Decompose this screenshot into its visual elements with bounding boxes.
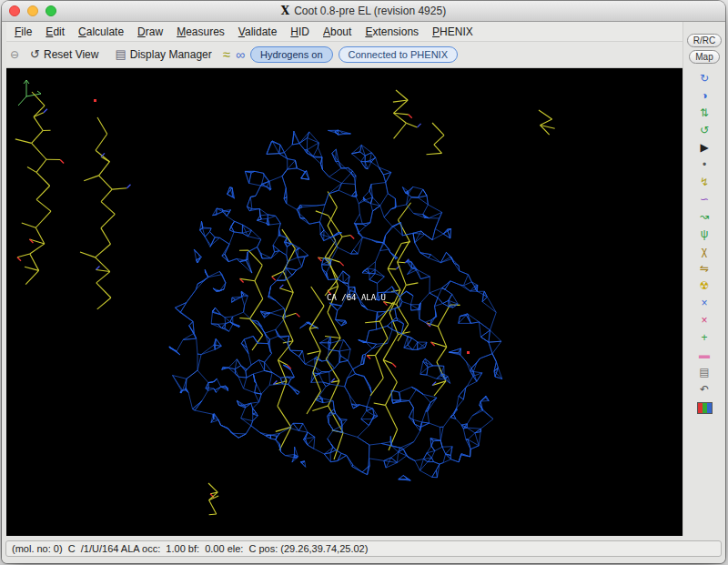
regularize-zone-icon[interactable]: ↺ [694, 123, 714, 138]
menubar: FileEditCalculateDrawMeasuresValidateHID… [6, 22, 682, 42]
hydrogens-toggle[interactable]: Hydrogens on [250, 46, 333, 63]
x11-icon: X [281, 5, 289, 17]
map-button[interactable]: Map [689, 50, 719, 64]
clear-pending-picks-icon[interactable]: × [694, 296, 714, 311]
delete-item-icon[interactable]: × [694, 313, 714, 328]
reset-view-label: Reset View [44, 48, 98, 61]
auto-fit-rotamer-icon[interactable]: ↝ [694, 209, 714, 225]
pending-pick-icon[interactable]: • [694, 157, 714, 173]
titlebar[interactable]: X Coot 0.8-pre EL (revision 4925) [2, 1, 725, 22]
display-manager-label: Display Manager [130, 48, 212, 61]
zoom-button[interactable] [46, 5, 56, 16]
window-controls [9, 5, 56, 16]
menu-item-calculate[interactable]: Calculate [72, 24, 130, 40]
menu-item-about[interactable]: About [317, 24, 358, 40]
add-atom-icon[interactable]: + [694, 330, 714, 346]
window-title-text: Coot 0.8-pre EL (revision 4925) [294, 5, 446, 17]
gl-canvas[interactable] [6, 68, 682, 536]
ligand-icon[interactable]: ∞ [236, 47, 245, 62]
display-manager-icon: ▤ [115, 47, 126, 62]
status-text: (mol. no: 0) C /1/U/164 ALA occ: 1.00 bf… [5, 540, 722, 557]
close-button[interactable] [9, 5, 20, 16]
menu-item-extensions[interactable]: Extensions [359, 24, 425, 40]
window-title: X Coot 0.8-pre EL (revision 4925) [281, 5, 446, 17]
menu-item-hid[interactable]: HID [284, 24, 316, 40]
rrc-button[interactable]: R/RC [687, 34, 722, 47]
screen-colors-icon[interactable] [697, 402, 713, 414]
phenix-connection-badge[interactable]: Connected to PHENIX [339, 46, 458, 63]
trash-icon[interactable]: ▤ [694, 365, 714, 380]
eraser-icon[interactable]: ▬ [694, 348, 714, 363]
gl-viewport: CA /64 ALA U [6, 68, 682, 536]
rotamers-icon[interactable]: ψ [694, 227, 714, 242]
main-column: FileEditCalculateDrawMeasuresValidateHID… [2, 22, 682, 536]
menu-item-draw[interactable]: Draw [131, 24, 169, 40]
content-row: FileEditCalculateDrawMeasuresValidateHID… [2, 22, 725, 536]
radiation-icon[interactable]: ☢ [694, 278, 714, 294]
refine-squiggle-icon[interactable]: ≈ [223, 47, 230, 62]
display-manager-button[interactable]: ▤ Display Manager [109, 45, 217, 64]
rotate-translate-icon[interactable]: ∽ [694, 192, 714, 207]
atom-label: CA /64 ALA U [327, 293, 386, 302]
menu-item-measures[interactable]: Measures [170, 24, 231, 40]
real-space-refine-icon[interactable]: ⇅ [694, 106, 714, 121]
menu-item-edit[interactable]: Edit [39, 24, 71, 40]
toolbar: ⊖ ↺ Reset View ▤ Display Manager ≈ ∞ Hyd… [6, 42, 682, 68]
clock-icon[interactable]: ◑ [694, 88, 714, 104]
flip-peptide-icon[interactable]: ⇋ [694, 261, 714, 277]
edit-chi-angles-icon[interactable]: χ [694, 244, 714, 259]
undo-icon[interactable]: ↶ [694, 382, 714, 398]
toolbar-overflow-icon[interactable]: ⊖ [10, 47, 19, 62]
minimize-button[interactable] [27, 5, 38, 16]
add-terminal-residue-icon[interactable]: ↯ [694, 175, 714, 190]
desktop: X Coot 0.8-pre EL (revision 4925) FileEd… [0, 0, 728, 565]
menu-item-phenix[interactable]: PHENIX [426, 24, 480, 40]
right-panel: R/RC Map ↻◑⇅↺▶•↯∽↝ψχ⇋☢××+▬▤↶ [682, 22, 725, 536]
menu-item-file[interactable]: File [8, 24, 38, 40]
coot-window: X Coot 0.8-pre EL (revision 4925) FileEd… [2, 1, 725, 563]
reset-view-icon: ↺ [30, 47, 40, 62]
reset-view-button[interactable]: ↺ Reset View [25, 45, 104, 64]
statusbar: (mol. no: 0) C /1/U/164 ALA occ: 1.00 bf… [2, 536, 725, 563]
pointer-icon[interactable]: ▶ [694, 140, 714, 156]
model-refine-dialog-icon[interactable]: ↻ [694, 71, 714, 86]
right-rail: ↻◑⇅↺▶•↯∽↝ψχ⇋☢××+▬▤↶ [694, 70, 714, 418]
menu-item-validate[interactable]: Validate [232, 24, 284, 40]
